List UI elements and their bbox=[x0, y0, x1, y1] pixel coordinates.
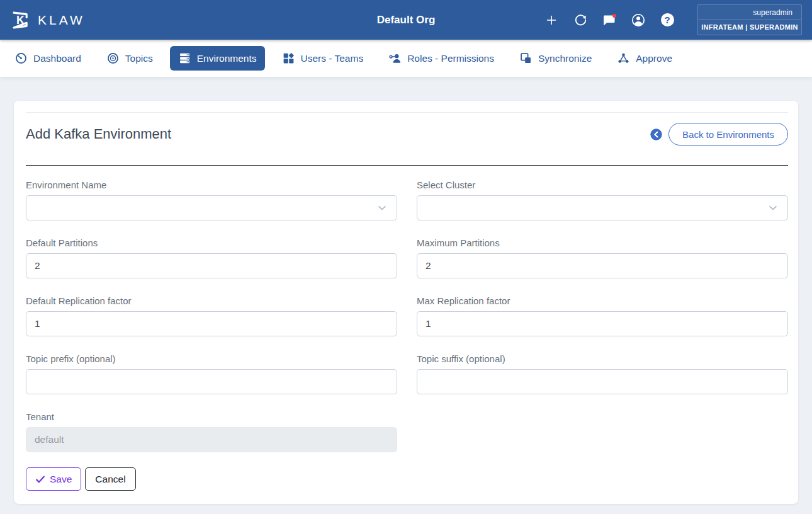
form-card: Add Kafka Environment Back to Environmen… bbox=[14, 101, 798, 504]
account-icon bbox=[631, 13, 646, 28]
logo-text: KLAW bbox=[38, 13, 85, 28]
save-label: Save bbox=[50, 474, 72, 485]
nav-label: Dashboard bbox=[33, 53, 81, 64]
approve-icon bbox=[617, 52, 630, 65]
app-logo[interactable]: K KLAW bbox=[10, 9, 85, 31]
back-group: Back to Environments bbox=[650, 123, 788, 146]
topic-suffix-label: Topic suffix (optional) bbox=[417, 353, 788, 365]
account-button[interactable] bbox=[631, 13, 646, 28]
svg-text:K: K bbox=[16, 14, 25, 26]
nav-label: Roles - Permissions bbox=[407, 53, 494, 64]
main-content: Add Kafka Environment Back to Environmen… bbox=[0, 77, 812, 504]
back-to-environments-button[interactable]: Back to Environments bbox=[668, 123, 788, 146]
nav-item-environments[interactable]: Environments bbox=[170, 46, 265, 71]
dashboard-icon bbox=[14, 52, 28, 65]
topic-prefix-input[interactable] bbox=[26, 369, 397, 394]
header-actions: ? superadmin INFRATEAM | SUPERADMIN bbox=[544, 4, 802, 35]
field-default-partitions: Default Partitions bbox=[26, 237, 397, 278]
topic-prefix-label: Topic prefix (optional) bbox=[26, 353, 397, 365]
user-name: superadmin bbox=[698, 5, 801, 20]
select-cluster-label: Select Cluster bbox=[417, 179, 788, 191]
default-partitions-input[interactable] bbox=[26, 253, 397, 278]
field-environment-name: Environment Name bbox=[26, 179, 397, 220]
default-replication-factor-input[interactable] bbox=[26, 311, 397, 336]
environment-name-label: Environment Name bbox=[26, 179, 397, 191]
title-divider bbox=[26, 165, 788, 166]
field-topic-prefix: Topic prefix (optional) bbox=[26, 353, 397, 394]
field-select-cluster: Select Cluster bbox=[417, 179, 788, 220]
environment-form: Environment Name Select Cluster Default … bbox=[26, 179, 788, 469]
field-maximum-partitions: Maximum Partitions bbox=[417, 237, 788, 278]
environment-name-select[interactable] bbox=[26, 195, 397, 220]
field-default-replication-factor: Default Replication factor bbox=[26, 295, 397, 336]
nav-item-synchronize[interactable]: Synchronize bbox=[511, 46, 600, 71]
check-icon bbox=[35, 474, 45, 484]
user-team-role: INFRATEAM | SUPERADMIN bbox=[698, 20, 801, 35]
default-partitions-label: Default Partitions bbox=[26, 237, 397, 249]
default-replication-factor-label: Default Replication factor bbox=[26, 295, 397, 307]
refresh-button[interactable] bbox=[573, 13, 588, 28]
add-button[interactable] bbox=[544, 13, 559, 28]
maximum-partitions-input[interactable] bbox=[417, 253, 788, 278]
tenant-input bbox=[26, 427, 397, 452]
nav-label: Synchronize bbox=[538, 53, 592, 64]
chat-icon bbox=[602, 13, 617, 28]
nav-label: Environments bbox=[197, 53, 257, 64]
page-title: Add Kafka Environment bbox=[26, 126, 171, 142]
nav-item-dashboard[interactable]: Dashboard bbox=[6, 46, 89, 71]
tenant-label: Tenant bbox=[26, 411, 397, 423]
field-max-replication-factor: Max Replication factor bbox=[417, 295, 788, 336]
klaw-logo-icon: K bbox=[10, 9, 31, 31]
field-tenant: Tenant bbox=[26, 411, 397, 452]
form-actions: Save Cancel bbox=[26, 467, 788, 491]
field-topic-suffix: Topic suffix (optional) bbox=[417, 353, 788, 394]
users-teams-icon bbox=[282, 52, 295, 65]
notifications-button[interactable] bbox=[602, 13, 617, 28]
user-info[interactable]: superadmin INFRATEAM | SUPERADMIN bbox=[697, 4, 802, 35]
chevron-down-icon bbox=[767, 202, 779, 214]
topic-suffix-input[interactable] bbox=[417, 369, 788, 394]
main-nav: Dashboard Topics Environments bbox=[0, 40, 812, 77]
nav-label: Users - Teams bbox=[301, 53, 364, 64]
cancel-button[interactable]: Cancel bbox=[85, 467, 135, 491]
nav-item-approve[interactable]: Approve bbox=[609, 46, 680, 71]
chevron-down-icon bbox=[376, 202, 388, 214]
maximum-partitions-label: Maximum Partitions bbox=[417, 237, 788, 249]
max-replication-factor-label: Max Replication factor bbox=[417, 295, 788, 307]
max-replication-factor-input[interactable] bbox=[417, 311, 788, 336]
card-top-rule bbox=[26, 112, 788, 113]
roles-permissions-icon bbox=[388, 52, 402, 65]
notification-dot bbox=[612, 14, 616, 18]
nav-item-users-teams[interactable]: Users - Teams bbox=[274, 46, 372, 71]
app-header: K KLAW Default Org bbox=[0, 0, 812, 40]
help-button[interactable]: ? bbox=[660, 13, 675, 28]
nav-item-topics[interactable]: Topics bbox=[98, 46, 161, 71]
nav-label: Approve bbox=[636, 53, 672, 64]
help-icon: ? bbox=[661, 13, 674, 26]
environments-icon bbox=[178, 52, 191, 65]
select-cluster-select[interactable] bbox=[417, 195, 788, 220]
synchronize-icon bbox=[519, 52, 533, 65]
plus-icon bbox=[544, 13, 558, 27]
nav-label: Topics bbox=[125, 53, 153, 64]
back-arrow-circle-icon[interactable] bbox=[650, 128, 663, 141]
nav-item-roles-permissions[interactable]: Roles - Permissions bbox=[380, 46, 502, 71]
save-button[interactable]: Save bbox=[26, 467, 81, 491]
refresh-icon bbox=[573, 13, 588, 27]
topics-icon bbox=[106, 52, 120, 65]
